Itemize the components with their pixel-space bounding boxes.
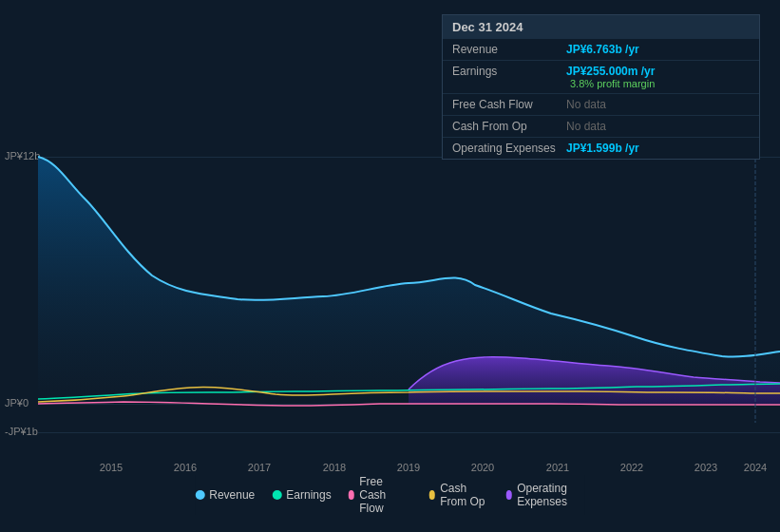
- tooltip-fcf-label: Free Cash Flow: [452, 98, 566, 111]
- tooltip-cashop-label: Cash From Op: [452, 120, 566, 133]
- chart-container: Dec 31 2024 Revenue JP¥6.763b /yr Earnin…: [0, 0, 780, 532]
- legend-cashop-label: Cash From Op: [440, 482, 488, 508]
- chart-svg: [38, 147, 780, 451]
- y-label-top: JP¥12b: [5, 150, 40, 162]
- tooltip-box: Dec 31 2024 Revenue JP¥6.763b /yr Earnin…: [442, 14, 760, 160]
- y-label-mid: JP¥0: [5, 397, 29, 408]
- x-label-2020: 2020: [471, 462, 494, 473]
- tooltip-earnings-sub: 3.8% profit margin: [570, 78, 655, 89]
- x-label-2019: 2019: [397, 462, 420, 473]
- tooltip-opex: Operating Expenses JP¥1.599b /yr: [443, 138, 759, 159]
- tooltip-earnings-value: JP¥255.000m /yr: [566, 65, 655, 78]
- tooltip-cashop-value: No data: [566, 120, 606, 133]
- legend-revenue: Revenue: [195, 488, 255, 502]
- legend-fcf: Free Cash Flow: [349, 475, 412, 515]
- x-label-2021: 2021: [546, 462, 569, 473]
- legend-earnings-label: Earnings: [286, 488, 331, 502]
- legend-opex-dot: [506, 490, 513, 500]
- x-label-2016: 2016: [174, 462, 197, 473]
- x-label-2015: 2015: [100, 462, 123, 473]
- tooltip-revenue: Revenue JP¥6.763b /yr: [443, 39, 759, 61]
- x-label-2024: 2024: [744, 462, 767, 473]
- legend-fcf-dot: [349, 490, 355, 500]
- tooltip-date: Dec 31 2024: [443, 15, 759, 39]
- tooltip-revenue-value: JP¥6.763b /yr: [566, 43, 639, 56]
- legend-cashop-dot: [429, 490, 436, 500]
- x-label-2023: 2023: [694, 462, 717, 473]
- tooltip-opex-value: JP¥1.599b /yr: [566, 142, 639, 155]
- x-label-2018: 2018: [323, 462, 346, 473]
- legend-earnings-dot: [272, 490, 281, 500]
- tooltip-fcf: Free Cash Flow No data: [443, 94, 759, 116]
- legend-earnings: Earnings: [272, 488, 331, 502]
- legend-fcf-label: Free Cash Flow: [359, 475, 411, 515]
- y-label-bot: -JP¥1b: [5, 426, 38, 437]
- legend-opex: Operating Expenses: [506, 482, 585, 508]
- legend-opex-label: Operating Expenses: [517, 482, 585, 508]
- tooltip-fcf-value: No data: [566, 98, 606, 111]
- tooltip-cashop: Cash From Op No data: [443, 116, 759, 138]
- tooltip-revenue-label: Revenue: [452, 43, 566, 56]
- legend: Revenue Earnings Free Cash Flow Cash Fro…: [195, 475, 585, 515]
- x-label-2017: 2017: [248, 462, 271, 473]
- revenue-area: [38, 157, 780, 404]
- tooltip-earnings: Earnings JP¥255.000m /yr 3.8% profit mar…: [443, 61, 759, 94]
- tooltip-earnings-label: Earnings: [452, 65, 566, 78]
- legend-revenue-label: Revenue: [209, 488, 255, 502]
- x-label-2022: 2022: [620, 462, 643, 473]
- legend-cashop: Cash From Op: [429, 482, 489, 508]
- legend-revenue-dot: [195, 490, 204, 500]
- tooltip-opex-label: Operating Expenses: [452, 142, 566, 155]
